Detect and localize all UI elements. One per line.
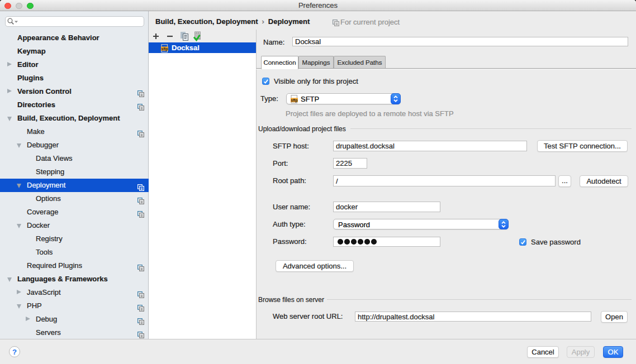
svg-text:sftp: sftp xyxy=(291,98,298,103)
svg-text:sftp: sftp xyxy=(162,47,168,51)
